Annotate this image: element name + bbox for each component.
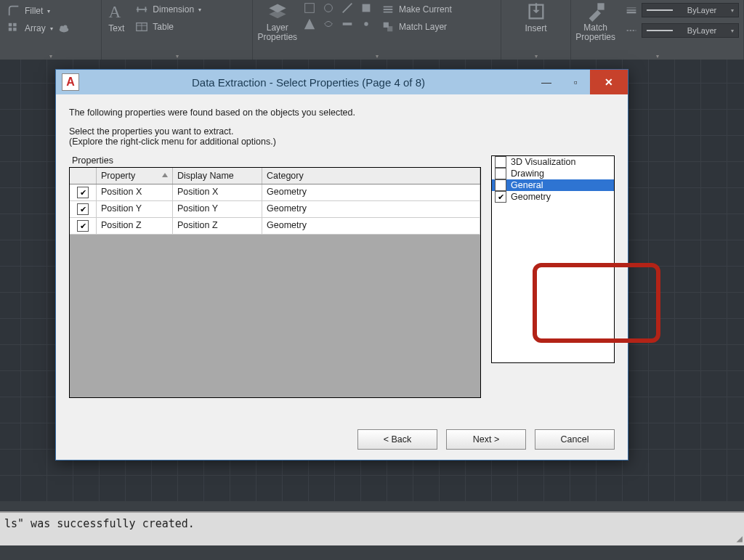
make-current-icon (381, 3, 395, 16)
category-filter-item[interactable]: General (492, 179, 614, 191)
svg-point-6 (63, 25, 67, 29)
ribbon-panel-layers: Layer Properties (253, 0, 501, 60)
row-property: Position Z (97, 218, 173, 234)
linetype-dropdown[interactable]: ByLayer (642, 23, 739, 38)
make-current-button[interactable]: Make Current (379, 1, 455, 17)
match-properties-icon (586, 1, 606, 22)
cancel-button[interactable]: Cancel (535, 429, 615, 450)
dialog-title: Data Extraction - Select Properties (Pag… (85, 76, 532, 89)
panel-dropdown[interactable] (376, 53, 379, 60)
category-label: Geometry (511, 192, 551, 202)
panel-dropdown[interactable] (49, 53, 52, 60)
category-filter-column: 3D VisualizationDrawingGeneralGeometry (491, 155, 615, 398)
lineweight-dropdown[interactable]: ByLayer (642, 3, 739, 17)
fillet-button[interactable]: Fillet ▾ (4, 3, 53, 19)
ribbon-panel-block: Insert (501, 0, 572, 60)
lineweight-icon (626, 4, 637, 16)
layer-properties-label: Layer Properties (257, 23, 297, 42)
svg-rect-3 (13, 28, 17, 31)
row-checkbox-cell[interactable] (70, 184, 97, 200)
line-swatch (647, 9, 673, 11)
text-button[interactable]: A Text (106, 1, 126, 33)
panel-dropdown[interactable] (176, 53, 179, 60)
ribbon-panel-properties: Match Properties ByLayer B (571, 0, 744, 60)
svg-rect-0 (9, 23, 12, 27)
header-category[interactable]: Category (262, 168, 480, 184)
row-display-name: Position Y (173, 201, 262, 217)
insert-button[interactable]: Insert (525, 1, 547, 33)
maximize-button[interactable]: ▫ (561, 70, 590, 94)
svg-point-21 (364, 22, 368, 25)
dimension-icon (135, 3, 148, 16)
match-layer-icon (381, 20, 395, 33)
svg-rect-16 (305, 4, 315, 13)
row-checkbox-cell[interactable] (70, 218, 97, 234)
app-icon: A (62, 73, 79, 91)
layer-tool-icon[interactable] (360, 17, 373, 31)
svg-marker-15 (269, 10, 286, 19)
header-display-name[interactable]: Display Name (173, 168, 262, 184)
minimize-button[interactable]: — (532, 70, 561, 94)
svg-rect-1 (13, 23, 17, 27)
array-button[interactable]: Array ▾ (4, 20, 73, 36)
checkbox-icon[interactable] (77, 203, 89, 215)
grid-header: Property Display Name Category (70, 168, 480, 184)
header-checkbox-col[interactable] (70, 168, 97, 184)
category-filter-item[interactable]: Drawing (492, 168, 614, 179)
ribbon-panel-modify: Fillet ▾ Array ▾ (0, 0, 102, 60)
lineweight-value: ByLayer (687, 6, 716, 15)
checkbox-icon[interactable] (77, 220, 89, 232)
header-property[interactable]: Property (97, 168, 173, 184)
layer-tool-icon[interactable] (322, 1, 335, 15)
layer-tool-icon[interactable] (341, 1, 354, 15)
data-extraction-dialog: A Data Extraction - Select Properties (P… (55, 69, 628, 460)
checkbox-icon[interactable] (495, 156, 506, 168)
linetype-icon (626, 25, 637, 36)
table-row[interactable]: Position YPosition YGeometry (70, 201, 480, 218)
row-checkbox-cell[interactable] (70, 201, 97, 217)
svg-rect-27 (597, 3, 604, 9)
dialog-titlebar[interactable]: A Data Extraction - Select Properties (P… (56, 70, 628, 94)
table-row[interactable]: Position XPosition XGeometry (70, 184, 480, 201)
command-line[interactable]: ls" was successfully created. ◢ (0, 511, 744, 545)
table-label: Table (153, 22, 174, 32)
table-row[interactable]: Position ZPosition ZGeometry (70, 218, 480, 235)
table-button[interactable]: Table (132, 19, 204, 35)
category-label: Drawing (511, 169, 544, 179)
panel-dropdown[interactable] (535, 53, 538, 60)
next-button[interactable]: Next > (446, 429, 526, 450)
close-button[interactable]: ✕ (590, 70, 628, 94)
intro-text-1: The following properties were found base… (69, 107, 615, 118)
layer-tool-icon[interactable] (303, 1, 316, 15)
checkbox-icon[interactable] (495, 168, 506, 179)
svg-rect-18 (363, 4, 371, 12)
linetype-value: ByLayer (687, 26, 716, 35)
checkbox-icon[interactable] (495, 179, 506, 191)
dimension-button[interactable]: Dimension ▾ (132, 1, 204, 17)
layer-tool-icon[interactable] (322, 17, 335, 31)
properties-grid[interactable]: Property Display Name Category Position … (69, 167, 481, 398)
chevron-down-icon: ▾ (50, 25, 53, 32)
back-button[interactable]: < Back (357, 429, 437, 450)
layer-properties-button[interactable]: Layer Properties (257, 1, 297, 42)
properties-column: Properties Property Display Name Categor… (69, 155, 481, 398)
category-filter-item[interactable]: Geometry (492, 191, 614, 203)
layer-tool-icon[interactable] (303, 17, 316, 31)
resize-grip-icon[interactable]: ◢ (737, 532, 743, 544)
insert-icon (526, 1, 546, 22)
text-label: Text (108, 23, 124, 33)
checkbox-icon[interactable] (77, 187, 89, 198)
svg-point-5 (60, 25, 63, 29)
layer-tool-icon[interactable] (360, 1, 373, 15)
match-layer-label: Match Layer (399, 22, 447, 32)
match-layer-button[interactable]: Match Layer (379, 19, 455, 35)
category-filter-item[interactable]: 3D Visualization (492, 156, 614, 168)
panel-dropdown[interactable] (656, 53, 659, 60)
match-properties-button[interactable]: Match Properties (575, 1, 615, 42)
category-filter-list[interactable]: 3D VisualizationDrawingGeneralGeometry (491, 155, 615, 363)
checkbox-icon[interactable] (495, 191, 506, 203)
category-label: 3D Visualization (511, 157, 575, 167)
row-property: Position X (97, 184, 173, 200)
intro-text-2b: (Explore the right-click menu for additi… (69, 137, 615, 147)
layer-tool-icon[interactable] (341, 17, 354, 31)
